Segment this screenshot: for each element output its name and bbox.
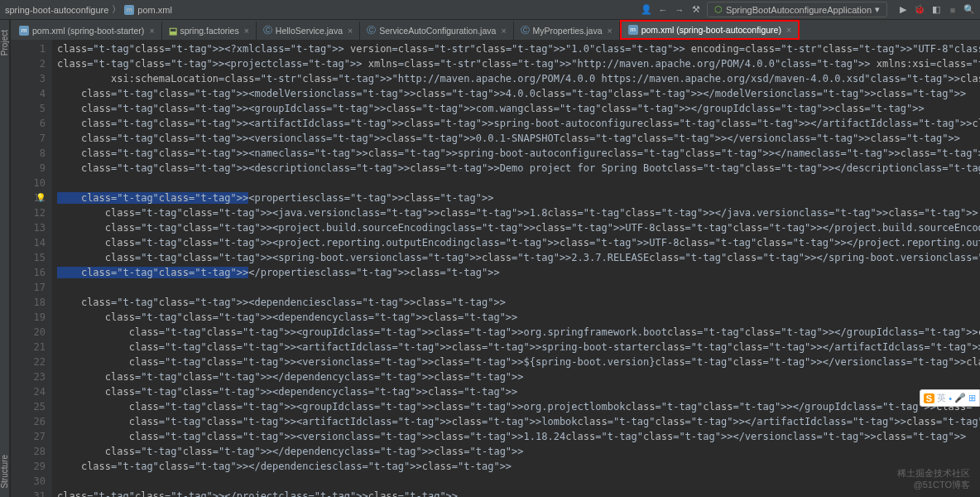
- line-number: 24: [11, 384, 46, 399]
- code-line[interactable]: class="t-tag"class="t-tag">></dependency…: [57, 444, 980, 459]
- code-line[interactable]: [57, 474, 980, 489]
- line-number: 30: [11, 474, 46, 489]
- line-number: 15: [11, 250, 46, 265]
- code-line[interactable]: [57, 176, 980, 191]
- line-number: 17: [11, 280, 46, 295]
- maven-icon: m: [628, 25, 638, 35]
- ime-dot-icon: •: [949, 393, 952, 403]
- code-line[interactable]: class="t-tag"class="t-tag">><modelVersio…: [57, 86, 980, 101]
- editor-tab[interactable]: ⒸHelloService.java×: [257, 22, 360, 40]
- debug-icon[interactable]: 🐞: [914, 4, 925, 16]
- code-line[interactable]: class="t-tag"class="t-tag">><?xmlclass="…: [57, 41, 980, 56]
- line-number: 25: [11, 399, 46, 414]
- code-line[interactable]: class="t-tag"class="t-tag">></properties…: [57, 265, 980, 280]
- line-number: 14: [11, 235, 46, 250]
- close-icon[interactable]: ×: [608, 26, 612, 36]
- line-number: 19: [11, 310, 46, 325]
- line-number: 1: [11, 41, 46, 56]
- code-line[interactable]: class="t-tag"class="t-tag">><project.bui…: [57, 220, 980, 235]
- close-icon[interactable]: ×: [501, 26, 506, 36]
- code-line[interactable]: class="t-tag"class="t-tag">><description…: [57, 161, 980, 176]
- code-editor[interactable]: 12345678910💡1112131415161718192021222324…: [11, 40, 980, 497]
- breadcrumb-project[interactable]: spring-boot-autoconfigure: [5, 5, 108, 15]
- search-icon[interactable]: 🔍: [963, 4, 975, 16]
- line-number: 13: [11, 220, 46, 235]
- editor-tab[interactable]: ⬓spring.factories×: [162, 22, 257, 40]
- code-line[interactable]: class="t-tag"class="t-tag">><versionclas…: [57, 131, 980, 146]
- editor-tab[interactable]: ⒸMyProperties.java×: [514, 22, 620, 40]
- line-number: 9: [11, 161, 46, 176]
- hammer-icon[interactable]: ⚒: [690, 4, 702, 16]
- ime-s-icon: S: [924, 393, 934, 403]
- line-number: 20: [11, 325, 46, 340]
- editor-tab[interactable]: mpom.xml (spring-boot-autoconfigure)×: [620, 20, 800, 40]
- line-number: 31: [11, 489, 46, 497]
- code-line[interactable]: class="t-tag"class="t-tag">></dependency…: [57, 369, 980, 384]
- code-line[interactable]: class="t-tag"class="t-tag">><propertiesc…: [57, 191, 980, 205]
- close-icon[interactable]: ×: [149, 26, 154, 36]
- code-line[interactable]: class="t-tag"class="t-tag">><artifactIdc…: [57, 116, 980, 131]
- ime-mic-icon: 🎤: [954, 393, 966, 403]
- tab-label: spring.factories: [180, 26, 239, 36]
- tab-label: ServiceAutoConfiguration.java: [379, 26, 496, 36]
- code-line[interactable]: class="t-tag"class="t-tag">><spring-boot…: [57, 250, 980, 265]
- editor-tab[interactable]: mpom.xml (spring-boot-starter)×: [12, 22, 162, 40]
- ime-badge[interactable]: S 英 • 🎤 ⊞: [920, 389, 980, 407]
- run-icon[interactable]: ▶: [897, 4, 909, 16]
- line-number: 21: [11, 340, 46, 355]
- maven-icon: m: [124, 5, 134, 15]
- project-tool-tab[interactable]: Project: [0, 30, 9, 55]
- dropdown-icon: ▾: [875, 4, 880, 15]
- code-line[interactable]: class="t-tag"class="t-tag">><nameclass="…: [57, 146, 980, 161]
- bulb-icon[interactable]: 💡: [36, 191, 46, 205]
- code-line[interactable]: class="t-tag"class="t-tag">><dependencie…: [57, 295, 980, 310]
- line-number: 10: [11, 176, 46, 191]
- code-line[interactable]: class="t-tag"class="t-tag">><groupIdclas…: [57, 325, 980, 340]
- top-actions: 👤 ← → ⚒ ⬡ SpringBootAutoconfigureApplica…: [641, 2, 975, 17]
- code-line[interactable]: class="t-tag"class="t-tag">></dependenci…: [57, 459, 980, 474]
- code-line[interactable]: xsi:schemaLocation=class="t-str"class="t…: [57, 71, 980, 86]
- line-number: 7: [11, 131, 46, 146]
- back-icon[interactable]: ←: [657, 4, 669, 16]
- code-line[interactable]: class="t-tag"class="t-tag">><versionclas…: [57, 429, 980, 444]
- line-number: 18: [11, 295, 46, 310]
- code-line[interactable]: class="t-tag"class="t-tag">><dependencyc…: [57, 384, 980, 399]
- code-line[interactable]: class="t-tag"class="t-tag">><groupIdclas…: [57, 399, 980, 414]
- close-icon[interactable]: ×: [348, 26, 353, 36]
- line-number: 4: [11, 86, 46, 101]
- editor-tab[interactable]: ⒸServiceAutoConfiguration.java×: [360, 22, 513, 40]
- line-number: 22: [11, 355, 46, 369]
- forward-icon[interactable]: →: [674, 4, 685, 16]
- code-content[interactable]: class="t-tag"class="t-tag">><?xmlclass="…: [52, 40, 980, 497]
- stop-icon[interactable]: ■: [947, 4, 958, 16]
- run-config-selector[interactable]: ⬡ SpringBootAutoconfigureApplication ▾: [707, 2, 887, 17]
- class-icon: Ⓒ: [263, 25, 272, 36]
- code-line[interactable]: class="t-tag"class="t-tag">><groupIdclas…: [57, 101, 980, 116]
- breadcrumb-file[interactable]: pom.xml: [137, 5, 172, 15]
- class-icon: Ⓒ: [521, 25, 530, 36]
- line-number: 26: [11, 414, 46, 429]
- tab-label: pom.xml (spring-boot-autoconfigure): [641, 25, 781, 35]
- code-line[interactable]: class="t-tag"class="t-tag">><dependencyc…: [57, 310, 980, 325]
- line-number: 8: [11, 146, 46, 161]
- tab-label: HelloService.java: [276, 26, 343, 36]
- user-icon[interactable]: 👤: [641, 4, 652, 16]
- code-line[interactable]: class="t-tag"class="t-tag">><projectclas…: [57, 56, 980, 71]
- editor-area: mpom.xml (spring-boot-starter)×⬓spring.f…: [11, 20, 980, 497]
- code-line[interactable]: class="t-tag"class="t-tag">><versionclas…: [57, 355, 980, 369]
- tab-label: MyProperties.java: [533, 26, 603, 36]
- structure-tool-tab[interactable]: Structure: [0, 455, 9, 489]
- code-line[interactable]: class="t-tag"class="t-tag">><java.versio…: [57, 205, 980, 220]
- coverage-icon[interactable]: ◧: [930, 4, 942, 16]
- ime-lang: 英: [937, 392, 946, 404]
- code-line[interactable]: [57, 280, 980, 295]
- close-icon[interactable]: ×: [244, 26, 249, 36]
- close-icon[interactable]: ×: [786, 25, 791, 35]
- code-line[interactable]: class="t-tag"class="t-tag">></projectcla…: [57, 489, 980, 497]
- code-line[interactable]: class="t-tag"class="t-tag">><artifactIdc…: [57, 414, 980, 429]
- left-tool-strip: Project Structure: [0, 20, 10, 497]
- code-line[interactable]: class="t-tag"class="t-tag">><artifactIdc…: [57, 340, 980, 355]
- code-line[interactable]: class="t-tag"class="t-tag">><project.rep…: [57, 235, 980, 250]
- line-number: 23: [11, 369, 46, 384]
- spring-icon: ⬡: [714, 4, 723, 15]
